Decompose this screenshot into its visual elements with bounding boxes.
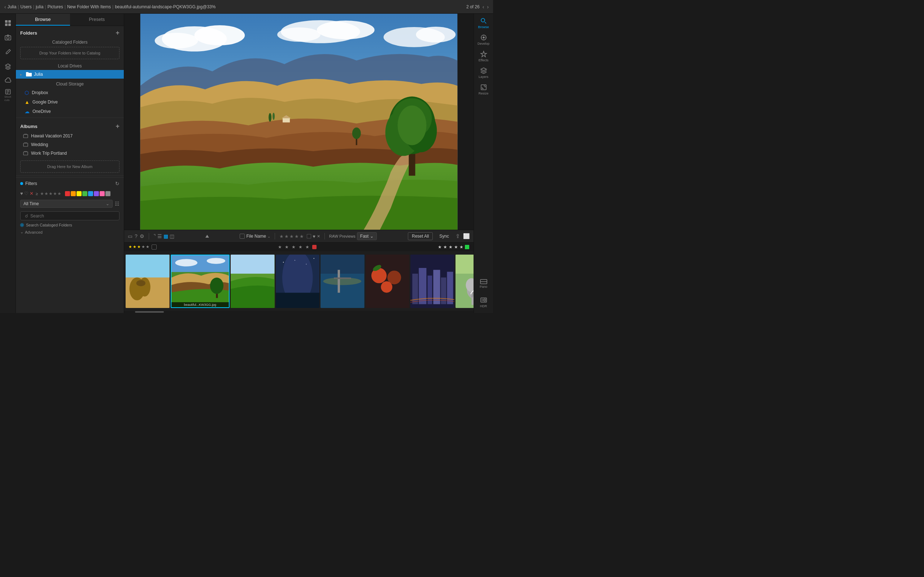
- star-2[interactable]: ★: [44, 191, 48, 196]
- mid-star-4[interactable]: ★: [299, 245, 302, 250]
- catalog-drop-zone[interactable]: Drop Your Folders Here to Catalog: [20, 47, 120, 59]
- icon-brush[interactable]: [2, 45, 15, 58]
- film-item-4[interactable]: [276, 255, 320, 308]
- reset-all-btn[interactable]: Reset All: [408, 232, 433, 240]
- help-icon[interactable]: ?: [135, 233, 137, 239]
- right-btn-effects[interactable]: Effects: [475, 48, 492, 64]
- heart-filled-icon[interactable]: ♥: [20, 191, 23, 196]
- filmstrip[interactable]: beautiful...KW3GG.jpg: [124, 251, 473, 311]
- swatch-green[interactable]: [82, 191, 87, 196]
- time-dropdown[interactable]: All Time ⌄: [20, 200, 113, 208]
- top-star-2[interactable]: ★: [133, 245, 136, 250]
- album-work-trip[interactable]: Work Trip Portland: [16, 149, 124, 158]
- top-star-1[interactable]: ★: [129, 245, 132, 250]
- main-preview[interactable]: [124, 14, 473, 230]
- swatch-blue[interactable]: [88, 191, 93, 196]
- top-star-3[interactable]: ★: [137, 245, 141, 250]
- heart-empty-icon[interactable]: ♡: [24, 191, 29, 196]
- view-full-icon[interactable]: ⬜: [463, 233, 470, 239]
- film-item-1[interactable]: [126, 255, 170, 308]
- right-star-2[interactable]: ★: [443, 245, 447, 250]
- view-grid-icon[interactable]: ⌝: [153, 233, 156, 239]
- swatch-yellow[interactable]: [76, 191, 82, 196]
- nav-back-arrow[interactable]: ‹: [4, 4, 6, 10]
- mid-star-3[interactable]: ★: [292, 245, 296, 250]
- reject-x-icon[interactable]: ✕: [317, 234, 320, 239]
- view-compare-icon[interactable]: ◫: [170, 233, 174, 239]
- albums-add-btn[interactable]: +: [115, 123, 120, 129]
- mid-star-1[interactable]: ★: [278, 245, 282, 250]
- icon-cloud[interactable]: [2, 74, 15, 87]
- tab-presets[interactable]: Presets: [70, 14, 124, 26]
- cloud-google-drive[interactable]: ▲ Google Drive: [16, 97, 124, 107]
- top-star-4[interactable]: ★: [142, 245, 145, 250]
- tab-browse[interactable]: Browse: [16, 14, 70, 26]
- film-item-7[interactable]: [410, 255, 454, 308]
- swatch-purple[interactable]: [94, 191, 99, 196]
- search-input[interactable]: [30, 213, 115, 219]
- swatch-pink[interactable]: [100, 191, 105, 196]
- right-star-1[interactable]: ★: [438, 245, 442, 250]
- top-star-5[interactable]: ★: [146, 245, 149, 250]
- star-3[interactable]: ★: [49, 191, 53, 196]
- right-btn-pano[interactable]: Pano: [475, 277, 492, 291]
- filename-checkbox[interactable]: [240, 234, 245, 239]
- right-btn-hdr[interactable]: HDR: [475, 294, 492, 310]
- rate-star-3[interactable]: ★: [289, 234, 294, 239]
- film-item-5[interactable]: [320, 255, 365, 308]
- sync-btn[interactable]: Sync: [436, 233, 452, 240]
- right-star-4[interactable]: ★: [454, 245, 458, 250]
- filter-reset-btn[interactable]: ↻: [115, 181, 120, 187]
- right-star-5[interactable]: ★: [459, 245, 464, 250]
- icon-grid[interactable]: [2, 16, 15, 29]
- cloud-onedrive[interactable]: ☁ OneDrive: [16, 107, 124, 116]
- film-item-3[interactable]: [231, 255, 275, 308]
- view-single-icon[interactable]: ▭: [128, 233, 132, 239]
- calendar-icon[interactable]: ☷: [115, 201, 120, 206]
- folder-julia[interactable]: ▸ Julia: [16, 70, 124, 79]
- icon-shortcut[interactable]: Shortcuts: [2, 89, 15, 102]
- album-wedding[interactable]: Wedding: [16, 140, 124, 149]
- film-item-8[interactable]: [456, 255, 473, 308]
- cloud-dropbox[interactable]: ⬡ Dropbox: [16, 88, 124, 97]
- film-item-6[interactable]: [366, 255, 410, 308]
- color-swatch[interactable]: [307, 234, 311, 239]
- mid-star-2[interactable]: ★: [285, 245, 289, 250]
- view-film-icon[interactable]: ▩: [163, 233, 168, 239]
- search-cataloged-row[interactable]: Search Cataloged Folders: [16, 222, 124, 228]
- settings-icon[interactable]: ⚙: [140, 233, 144, 239]
- heart-x-icon[interactable]: ✕: [30, 191, 34, 196]
- raw-quality-dropdown[interactable]: Fast ⌄: [357, 232, 377, 240]
- mid-star-5[interactable]: ★: [305, 245, 309, 250]
- page-next-arrow[interactable]: ›: [487, 4, 489, 10]
- swatch-gray[interactable]: [105, 191, 110, 196]
- star-1[interactable]: ★: [40, 191, 44, 196]
- right-btn-resize[interactable]: Resize: [475, 82, 492, 97]
- expand-panel-icon[interactable]: [205, 235, 209, 238]
- icon-camera[interactable]: [2, 31, 15, 44]
- album-drop-zone[interactable]: Drag Here for New Album: [20, 161, 120, 173]
- heart-icon[interactable]: ♥: [313, 234, 315, 239]
- file-name-chevron[interactable]: ⌄: [267, 234, 270, 239]
- advanced-row[interactable]: ⌄ Advanced: [16, 228, 124, 236]
- star-5[interactable]: ★: [57, 191, 61, 196]
- right-star-3[interactable]: ★: [449, 245, 452, 250]
- rate-star-1[interactable]: ★: [279, 234, 284, 239]
- view-list-icon[interactable]: ☰: [157, 233, 162, 239]
- album-hawaii[interactable]: Hawaii Vacation 2017: [16, 132, 124, 140]
- swatch-red[interactable]: [65, 191, 70, 196]
- right-btn-layers[interactable]: Layers: [475, 65, 492, 81]
- page-prev-arrow[interactable]: ‹: [483, 4, 485, 10]
- rate-star-5[interactable]: ★: [300, 234, 304, 239]
- film-item-selected[interactable]: beautiful...KW3GG.jpg: [171, 255, 229, 308]
- right-btn-browse[interactable]: Browse: [475, 15, 492, 31]
- icon-layers-left[interactable]: [2, 60, 15, 73]
- rate-star-4[interactable]: ★: [294, 234, 299, 239]
- star-4[interactable]: ★: [53, 191, 57, 196]
- rate-star-2[interactable]: ★: [284, 234, 289, 239]
- right-btn-develop[interactable]: Develop: [475, 32, 492, 48]
- folders-add-btn[interactable]: +: [115, 29, 120, 36]
- share-icon[interactable]: ⇪: [456, 233, 460, 239]
- filmstrip-scrollbar[interactable]: [124, 311, 473, 313]
- swatch-orange[interactable]: [71, 191, 76, 196]
